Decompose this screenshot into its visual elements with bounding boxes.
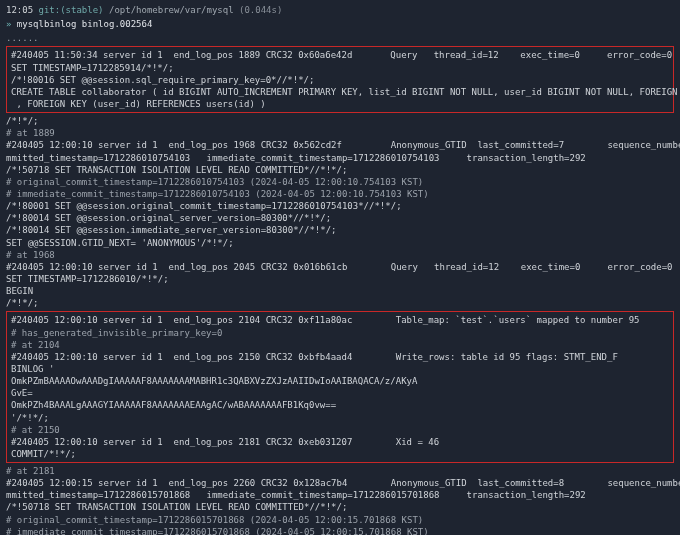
log-line: # at 2181	[6, 465, 674, 477]
log-line: #240405 12:00:15 server id 1 end_log_pos…	[6, 477, 674, 489]
log-line: COMMIT/*!*/;	[11, 448, 669, 460]
log-line: SET @@SESSION.GTID_NEXT= 'ANONYMOUS'/*!*…	[6, 237, 674, 249]
log-line: SET TIMESTAMP=1712285914/*!*/;	[11, 62, 669, 74]
log-line: # at 2104	[11, 339, 669, 351]
log-line: /*!80014 SET @@session.immediate_server_…	[6, 224, 674, 236]
status-git: git:(stable)	[39, 5, 104, 15]
log-line: BINLOG '	[11, 363, 669, 375]
log-line: , FOREIGN KEY (user_id) REFERENCES users…	[11, 98, 669, 110]
log-line: SET TIMESTAMP=1712286010/*!*/;	[6, 273, 674, 285]
status-path: /opt/homebrew/var/mysql	[109, 5, 234, 15]
log-line: # at 1968	[6, 249, 674, 261]
log-line: '/*!*/;	[11, 412, 669, 424]
log-line: #240405 12:00:10 server id 1 end_log_pos…	[11, 351, 669, 363]
log-line: /*!50718 SET TRANSACTION ISOLATION LEVEL…	[6, 501, 674, 513]
prompt-symbol: »	[6, 19, 11, 29]
log-line: # original_commit_timestamp=171228601075…	[6, 176, 674, 188]
highlight-box-create-table: #240405 11:50:34 server id 1 end_log_pos…	[6, 46, 674, 113]
log-line: #240405 12:00:10 server id 1 end_log_pos…	[11, 314, 669, 326]
log-line: #240405 11:50:34 server id 1 end_log_pos…	[11, 49, 669, 61]
log-segment: # at 2181 #240405 12:00:15 server id 1 e…	[6, 465, 674, 535]
log-line: mmitted_timestamp=1712286015701868 immed…	[6, 489, 674, 501]
log-line: GvE=	[11, 387, 669, 399]
log-line: BEGIN	[6, 285, 674, 297]
log-line: /*!*/;	[6, 297, 674, 309]
log-line: # has_generated_invisible_primary_key=0	[11, 327, 669, 339]
log-line: mmitted_timestamp=1712286010754103 immed…	[6, 152, 674, 164]
log-line: #240405 12:00:10 server id 1 end_log_pos…	[6, 139, 674, 151]
truncation-ellipsis: ......	[6, 32, 674, 44]
log-line: /*!80016 SET @@session.sql_require_prima…	[11, 74, 669, 86]
status-time: 12:05	[6, 5, 33, 15]
log-line: # immediate_commit_timestamp=17122860107…	[6, 188, 674, 200]
shell-prompt[interactable]: » mysqlbinlog binlog.002564	[6, 18, 674, 30]
log-line: OmkPZh4BAAALgAAAGYIAAAAAF8AAAAAAAEAAgAC/…	[11, 399, 669, 411]
log-line: /*!*/;	[6, 115, 674, 127]
status-duration: (0.044s)	[239, 5, 282, 15]
log-line: #240405 12:00:10 server id 1 end_log_pos…	[6, 261, 674, 273]
log-line: # original_commit_timestamp=171228601570…	[6, 514, 674, 526]
log-line: # immediate_commit_timestamp=17122860157…	[6, 526, 674, 535]
prompt-command: mysqlbinlog binlog.002564	[17, 19, 152, 29]
log-line: /*!80014 SET @@session.original_server_v…	[6, 212, 674, 224]
highlight-box-write-rows-1: #240405 12:00:10 server id 1 end_log_pos…	[6, 311, 674, 463]
log-line: # at 2150	[11, 424, 669, 436]
log-line: CREATE TABLE collaborator ( id BIGINT AU…	[11, 86, 669, 98]
log-line: # at 1889	[6, 127, 674, 139]
log-line: #240405 12:00:10 server id 1 end_log_pos…	[11, 436, 669, 448]
log-segment: /*!*/; # at 1889 #240405 12:00:10 server…	[6, 115, 674, 309]
log-line: /*!80001 SET @@session.original_commit_t…	[6, 200, 674, 212]
log-line: OmkPZmBAAAAOwAAADgIAAAAAF8AAAAAAAMABHR1c…	[11, 375, 669, 387]
log-line: /*!50718 SET TRANSACTION ISOLATION LEVEL…	[6, 164, 674, 176]
status-line: 12:05 git:(stable) /opt/homebrew/var/mys…	[6, 4, 674, 16]
